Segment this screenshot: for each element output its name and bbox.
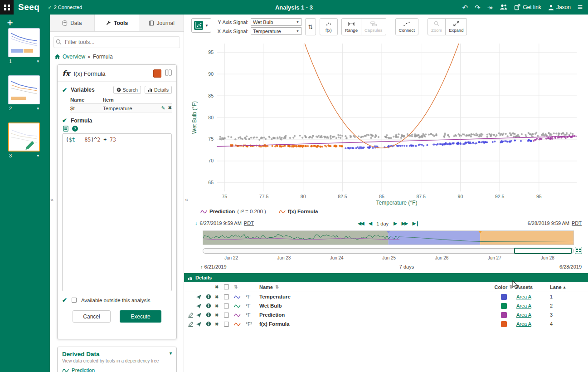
sort-icon[interactable]: ⇅: [509, 284, 513, 289]
row-checkbox[interactable]: [224, 322, 229, 327]
asset-link[interactable]: Area A: [516, 312, 531, 318]
step-to-end-icon[interactable]: ▶❙: [413, 220, 419, 226]
formula-code[interactable]: ($t - 85)^2 + 73: [63, 134, 171, 146]
tab-tools[interactable]: Tools: [95, 15, 140, 31]
legend-item[interactable]: Prediction( r² = 0.200 ): [200, 209, 266, 214]
row-checkbox[interactable]: [224, 313, 229, 318]
timeline-strip[interactable]: [203, 230, 574, 245]
sort-icon[interactable]: ⇅: [234, 284, 246, 289]
worksheet-thumbnail[interactable]: 2 ▾: [8, 75, 40, 111]
derived-data-item[interactable]: Prediction: [62, 367, 172, 372]
step-back-icon[interactable]: ◀: [369, 220, 371, 226]
navigate-icon[interactable]: [196, 303, 202, 309]
worksheet-preview[interactable]: [8, 122, 40, 152]
signal-name[interactable]: Prediction: [259, 312, 491, 318]
range-slider-track[interactable]: [203, 248, 574, 254]
row-checkbox[interactable]: [224, 294, 229, 299]
info-icon[interactable]: [206, 303, 211, 308]
variables-search-button[interactable]: Search: [113, 86, 141, 94]
info-icon[interactable]: [206, 294, 211, 299]
seeq-logo[interactable]: Seeq: [18, 2, 39, 12]
signal-name[interactable]: f(x) Formula: [259, 321, 491, 327]
derived-data-header[interactable]: Derived Data ▾: [62, 351, 172, 357]
remove-icon[interactable]: ✖: [215, 294, 224, 299]
edit-icon[interactable]: [188, 321, 194, 327]
step-size-label[interactable]: 1 day: [376, 221, 389, 226]
remove-icon[interactable]: ✖: [215, 303, 224, 308]
tool-color-swatch[interactable]: [153, 69, 161, 78]
variables-details-button[interactable]: Details: [145, 86, 172, 94]
timezone-link[interactable]: PDT: [244, 220, 254, 226]
remove-variable-icon[interactable]: ✖: [168, 105, 172, 111]
chevron-down-icon[interactable]: ▾: [170, 351, 172, 357]
home-icon[interactable]: [54, 54, 60, 59]
remove-icon[interactable]: ✖: [215, 313, 224, 318]
worksheet-thumbnail[interactable]: 1 ▾: [8, 28, 40, 64]
collapse-tools-handle[interactable]: «: [185, 196, 188, 203]
help-icon[interactable]: ?: [72, 126, 78, 132]
get-link-button[interactable]: Get link: [514, 4, 541, 10]
formula-editor[interactable]: ($t - 85)^2 + 73: [62, 133, 172, 291]
color-swatch[interactable]: [501, 321, 507, 327]
table-row[interactable]: ✖ °F Temperature Area A 1: [184, 292, 588, 301]
calendar-icon[interactable]: [575, 247, 582, 254]
navigate-icon[interactable]: [196, 312, 202, 318]
step-forward-much-icon[interactable]: ▶▶: [402, 220, 408, 226]
forward-button[interactable]: ↠: [487, 4, 493, 11]
remove-all-icon[interactable]: ✖: [215, 284, 224, 289]
timezone-link[interactable]: PDT: [572, 220, 582, 226]
x-axis-signal-select[interactable]: Temperature▼: [251, 27, 301, 35]
details-panel-header[interactable]: Details: [184, 273, 588, 282]
step-back-much-icon[interactable]: ◀◀: [358, 220, 364, 226]
sort-icon[interactable]: ⇅: [275, 284, 279, 289]
color-swatch[interactable]: [501, 294, 507, 300]
filter-tools-input[interactable]: [53, 36, 180, 48]
signal-name[interactable]: Temperature: [259, 294, 491, 299]
worksheet-preview[interactable]: [8, 28, 40, 57]
scatter-chart[interactable]: 7577.58082.58587.59092.59565707580859095…: [190, 38, 584, 207]
table-row[interactable]: ✖ °F Prediction Area A 3: [184, 310, 588, 319]
chevron-down-icon[interactable]: ▾: [37, 59, 39, 64]
prediction-link[interactable]: Prediction: [72, 367, 95, 372]
range-button[interactable]: Range: [341, 18, 361, 35]
connect-button[interactable]: Connect: [395, 18, 418, 35]
add-worksheet-button[interactable]: ＋: [5, 16, 15, 29]
table-row[interactable]: ✖ °F² f(x) Formula Area A 4: [184, 319, 588, 328]
info-icon[interactable]: [206, 312, 211, 318]
edit-icon[interactable]: [188, 312, 194, 318]
row-checkbox[interactable]: [224, 303, 229, 308]
y-axis-signal-select[interactable]: Wet Bulb▼: [251, 18, 301, 26]
chevron-down-icon[interactable]: ▾: [37, 106, 39, 111]
expand-button[interactable]: Expand: [446, 18, 467, 35]
navigate-icon[interactable]: [196, 321, 202, 327]
collapse-sidebar-handle[interactable]: «: [50, 196, 53, 203]
asset-link[interactable]: Area A: [516, 303, 531, 308]
asset-link[interactable]: Area A: [516, 294, 531, 299]
color-swatch[interactable]: [501, 303, 507, 309]
hamburger-menu-icon[interactable]: ≡: [578, 2, 583, 12]
tab-data[interactable]: Data: [50, 15, 95, 31]
swap-axes-button[interactable]: ⇅: [305, 18, 316, 35]
color-swatch[interactable]: [501, 312, 507, 318]
breadcrumb-overview-link[interactable]: Overview: [63, 54, 85, 60]
step-forward-icon[interactable]: ▶: [394, 220, 396, 226]
info-icon[interactable]: [206, 321, 211, 327]
investigate-start-arrow-icon[interactable]: ↑: [200, 264, 203, 269]
tab-journal[interactable]: Journal: [139, 15, 184, 31]
cancel-button[interactable]: Cancel: [73, 310, 111, 323]
range-start-arrow-icon[interactable]: ↓: [195, 220, 198, 226]
worksheet-preview[interactable]: [8, 75, 40, 104]
available-checkbox[interactable]: [72, 298, 77, 303]
expand-panel-icon[interactable]: [165, 69, 172, 78]
navigate-icon[interactable]: [196, 294, 202, 300]
investigate-duration[interactable]: 7 days: [399, 264, 414, 269]
edit-variable-icon[interactable]: ✎: [161, 105, 165, 111]
worksheet-thumbnail[interactable]: 3 ▾: [8, 122, 40, 158]
tool-title[interactable]: f(x) Formula: [73, 70, 150, 77]
users-icon[interactable]: [500, 4, 507, 11]
user-menu[interactable]: Jason: [548, 4, 571, 10]
chevron-down-icon[interactable]: ▾: [37, 153, 39, 158]
document-icon[interactable]: [63, 126, 68, 132]
sort-ascending-icon[interactable]: ▴: [564, 285, 566, 289]
app-launcher-button[interactable]: [0, 0, 14, 15]
